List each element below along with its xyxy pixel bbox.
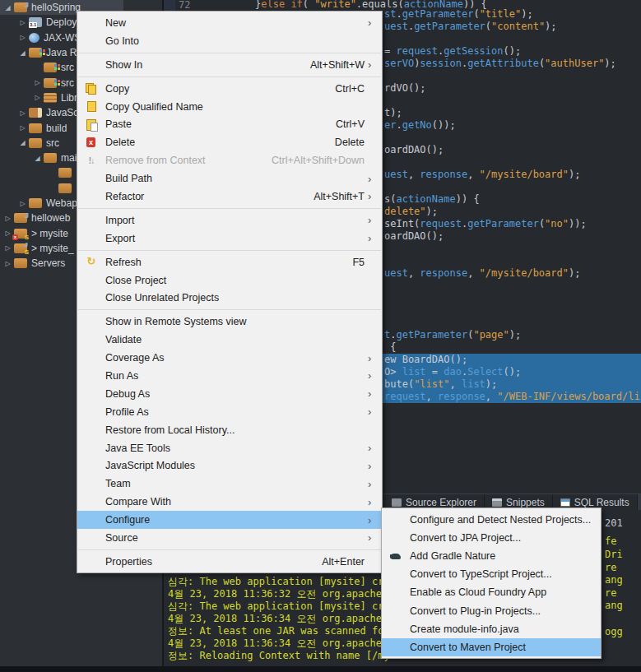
menu-item-close-project[interactable]: Close Project <box>77 271 382 290</box>
tab-label: Source Explorer <box>406 497 476 508</box>
submenu-item-convert-to-maven-project[interactable]: Convert to Maven Project <box>382 638 601 656</box>
menu-item-label: Import <box>105 215 365 226</box>
code-token: getAttribute <box>467 58 539 69</box>
copy-glyph <box>86 83 97 94</box>
menu-item-show-in-remote-systems-view[interactable]: Show in Remote Systems view <box>77 313 382 331</box>
menu-item-properties[interactable]: PropertiesAlt+Enter <box>77 553 382 571</box>
menu-item-compare-with[interactable]: Compare With› <box>77 493 382 511</box>
submenu-item-add-gradle-nature[interactable]: Add Gradle Nature <box>382 547 601 565</box>
menu-item-label: Create module-info.java <box>410 623 583 635</box>
collapsed-arrow-icon[interactable]: ▷ <box>17 124 28 132</box>
submenu-item-configure-and-detect-nested-projects[interactable]: Configure and Detect Nested Projects... <box>382 511 601 529</box>
menu-item-label: Configure and Detect Nested Projects... <box>410 514 591 526</box>
code-token: uest <box>384 21 408 32</box>
submenu-item-enable-as-cloud-foundry-app[interactable]: Enable as Cloud Foundry App <box>382 583 601 601</box>
folder-icon <box>29 123 42 133</box>
collapsed-arrow-icon[interactable]: ▷ <box>17 109 28 117</box>
submenu-arrow-icon: › <box>368 370 382 381</box>
menu-item-profile-as[interactable]: Profile As› <box>77 403 382 421</box>
expanded-arrow-icon[interactable]: ◢ <box>17 49 28 57</box>
console-line: 정보: Reloading Context with name [/my <box>168 650 400 662</box>
remove-icon <box>77 155 105 166</box>
code-token: , <box>467 169 479 180</box>
javares-icon <box>29 48 42 58</box>
menu-item-build-path[interactable]: Build Path› <box>77 169 382 188</box>
collapsed-arrow-icon[interactable]: ▷ <box>17 200 28 207</box>
folder-icon <box>44 153 57 163</box>
tab-label: Snippets <box>506 497 545 508</box>
source-explorer-icon <box>392 498 402 507</box>
submenu-item-convert-to-plug-in-projects[interactable]: Convert to Plug-in Projects... <box>382 601 601 619</box>
configure-submenu: Configure and Detect Nested Projects...C… <box>381 507 602 659</box>
proj-icon <box>14 2 27 12</box>
menu-item-refresh[interactable]: RefreshF5 <box>77 253 382 271</box>
collapsed-arrow-icon[interactable]: ▷ <box>2 215 13 222</box>
collapsed-arrow-icon[interactable]: ▷ <box>2 244 13 252</box>
collapsed-arrow-icon[interactable]: ▷ <box>32 94 43 101</box>
expanded-arrow-icon[interactable]: ◢ <box>17 139 28 146</box>
expanded-arrow-icon[interactable]: ◢ <box>32 155 43 162</box>
refresh-glyph <box>86 257 97 267</box>
menu-item-close-unrelated-projects[interactable]: Close Unrelated Projects <box>77 289 382 307</box>
code-token: ); <box>521 8 532 20</box>
menu-item-export[interactable]: Export› <box>77 229 382 248</box>
menu-item-label: Run As <box>105 370 365 382</box>
menu-item-label: Refactor <box>105 191 314 202</box>
collapsed-arrow-icon[interactable]: ▷ <box>2 260 13 267</box>
code-token: uest <box>384 267 408 279</box>
menu-item-import[interactable]: Import› <box>77 211 382 229</box>
menu-item-restore-from-local-history[interactable]: Restore from Local History... <box>77 421 382 439</box>
code-token: "page" <box>473 329 509 341</box>
proj-s-icon <box>14 243 27 253</box>
menu-item-java-ee-tools[interactable]: Java EE Tools› <box>77 439 382 457</box>
collapsed-arrow-icon[interactable]: ▷ <box>17 19 28 26</box>
console-line-fragment: re <box>605 562 616 574</box>
expanded-arrow-icon[interactable]: ◢ <box>2 4 13 12</box>
menu-item-javascript-modules[interactable]: JavaScript Modules› <box>77 456 382 475</box>
tree-item-label: helloweb <box>31 212 70 224</box>
menu-item-new[interactable]: New› <box>77 14 382 32</box>
code-token: ); <box>604 58 615 69</box>
code-token: dao <box>444 366 462 378</box>
menu-item-remove-from-context: Remove from ContextCtrl+Alt+Shift+Down <box>77 151 382 169</box>
submenu-arrow-icon: › <box>368 443 382 453</box>
submenu-item-convert-to-jpa-project[interactable]: Convert to JPA Project... <box>382 529 601 547</box>
menu-item-validate[interactable]: Validate <box>77 331 382 349</box>
code-token: actionName <box>396 193 455 205</box>
code-token: serVO <box>384 58 414 69</box>
menu-item-shortcut: F5 <box>352 257 365 268</box>
collapsed-arrow-icon[interactable]: ▷ <box>32 79 43 86</box>
menu-item-delete[interactable]: DeleteDelete <box>77 133 382 151</box>
menu-item-label: Convert to Plug-in Projects... <box>410 605 583 617</box>
menu-item-label: Coverage As <box>105 352 365 364</box>
proj-icon <box>14 213 27 223</box>
menu-item-show-in[interactable]: Show InAlt+Shift+W› <box>77 56 382 74</box>
code-token: bute( <box>384 378 414 390</box>
dd-icon <box>29 17 42 27</box>
submenu-arrow-icon: › <box>368 479 382 489</box>
menu-item-copy-qualified-name[interactable]: Copy Qualified Name <box>77 98 382 116</box>
collapsed-arrow-icon[interactable]: ▷ <box>17 34 28 41</box>
menu-item-configure[interactable]: Configure› <box>77 511 382 529</box>
code-token: response <box>420 267 467 279</box>
menu-item-go-into[interactable]: Go Into <box>77 32 382 50</box>
menu-item-team[interactable]: Team› <box>77 475 382 493</box>
menu-item-coverage-as[interactable]: Coverage As› <box>77 349 382 367</box>
menu-item-label: Export <box>105 233 365 244</box>
menu-item-debug-as[interactable]: Debug As› <box>77 385 382 403</box>
menu-item-paste[interactable]: PasteCtrl+V <box>77 115 382 133</box>
submenu-item-create-module-info-java[interactable]: Create module-info.java <box>382 620 601 638</box>
menu-item-refactor[interactable]: RefactorAlt+Shift+T› <box>77 188 382 206</box>
paste-icon <box>77 119 105 130</box>
submenu-arrow-icon: › <box>368 233 382 243</box>
remove-glyph <box>86 155 97 166</box>
menu-item-source[interactable]: Source› <box>77 529 382 547</box>
menu-item-copy[interactable]: CopyCtrl+C <box>77 80 382 98</box>
submenu-arrow-icon: › <box>368 17 382 28</box>
menu-item-run-as[interactable]: Run As› <box>77 367 382 385</box>
code-token: "title" <box>480 8 522 20</box>
tab-console[interactable]: Console <box>638 494 641 510</box>
menu-item-shortcut: Delete <box>335 137 365 148</box>
console-log: 심각: The web application [mysite] cre4월 2… <box>168 576 400 662</box>
submenu-item-convert-to-typescript-project[interactable]: Convert to TypeScript Project... <box>382 565 601 583</box>
